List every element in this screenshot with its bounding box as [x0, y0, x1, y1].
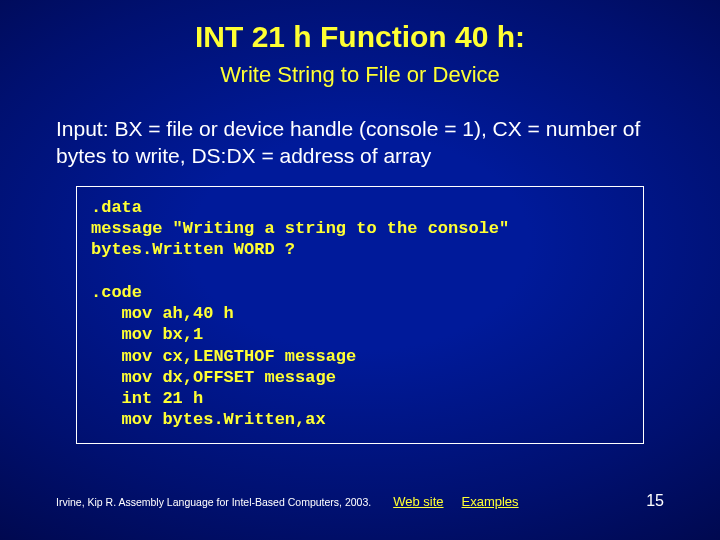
slide-title: INT 21 h Function 40 h: [0, 0, 720, 58]
citation-text: Irvine, Kip R. Assembly Language for Int… [56, 496, 371, 508]
title-text: INT 21 h Function 40 h: [195, 20, 525, 53]
title-underline [205, 56, 515, 58]
code-block: .data message "Writing a string to the c… [76, 186, 644, 444]
slide-subtitle: Write String to File or Device [0, 62, 720, 88]
page-number: 15 [646, 492, 664, 510]
footer: Irvine, Kip R. Assembly Language for Int… [56, 492, 664, 510]
input-description: Input: BX = file or device handle (conso… [56, 116, 664, 170]
slide: INT 21 h Function 40 h: Write String to … [0, 0, 720, 540]
web-site-link[interactable]: Web site [393, 494, 443, 509]
examples-link[interactable]: Examples [462, 494, 519, 509]
